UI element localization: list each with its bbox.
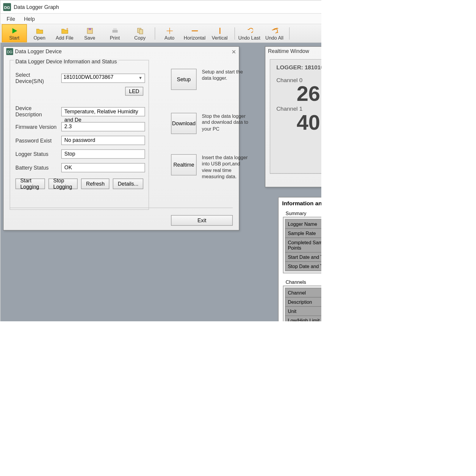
battery-field[interactable]: OK	[61, 163, 145, 172]
toolbar-vertical[interactable]: Vertical	[207, 24, 232, 42]
svg-text:DG: DG	[4, 5, 10, 10]
device-panel-title: Data Logger Device	[15, 48, 62, 55]
realtime-title: Realtime Window	[268, 48, 309, 54]
app-title: Data Logger Graph	[14, 4, 321, 10]
realtime-button[interactable]: Realtime	[171, 154, 197, 176]
svg-rect-11	[113, 28, 117, 30]
toolbar-copy[interactable]: Copy	[127, 24, 152, 42]
toolbar-horizontal[interactable]: Horizontal	[182, 24, 207, 42]
svg-rect-9	[88, 28, 91, 30]
realtime-window: Realtime Window LOGGER: 181010DWL0073867…	[265, 46, 321, 187]
menubar: File Help	[0, 14, 321, 24]
realtime-text: Insert the data logger into USB port,and…	[202, 154, 250, 180]
menu-help[interactable]: Help	[20, 15, 39, 23]
arrows-h-icon	[191, 26, 198, 35]
folder-icon	[36, 26, 43, 35]
menu-file[interactable]: File	[2, 15, 19, 23]
channels-table: ChannelChannel 0Channel 1 DescriptionTem…	[285, 288, 321, 321]
ch0-value: 26.1	[297, 83, 321, 104]
refresh-button[interactable]: Refresh	[81, 178, 109, 189]
details-button[interactable]: Details...	[113, 178, 143, 189]
svg-rect-13	[139, 29, 143, 34]
ch1-value: 40.5	[297, 112, 321, 133]
info-details-dialog: Information and Status Details ✕ Summary…	[278, 197, 321, 321]
firmware-field[interactable]: 2.3	[61, 122, 145, 131]
channels-label: Channels	[286, 279, 321, 285]
copy-icon	[137, 26, 144, 35]
summary-label: Summary	[286, 211, 321, 216]
add-file-icon: +	[61, 26, 68, 35]
toolbar-auto[interactable]: Auto	[157, 24, 182, 42]
select-device-label: Select Device(S/N)	[15, 72, 60, 84]
device-close-icon[interactable]: ✕	[231, 48, 236, 55]
download-button[interactable]: Download	[171, 113, 197, 134]
toolbar: Start Open +Add File Save Print Copy Aut…	[0, 24, 321, 43]
svg-text:DG: DG	[7, 50, 12, 54]
fw-label: Firmware Version	[15, 124, 60, 130]
toolbar-start[interactable]: Start	[2, 24, 27, 42]
summary-table: Logger NameTemp. and Humi. Logger Sample…	[285, 219, 321, 271]
undo-all-icon	[271, 26, 278, 35]
setup-button[interactable]: Setup	[171, 69, 197, 90]
pw-label: Password Exist	[15, 137, 60, 143]
toolbar-undoall[interactable]: Undo All	[262, 24, 287, 42]
setup-text: Setup and start the data logger.	[202, 69, 250, 90]
desc-label: Device Description	[15, 105, 60, 118]
device-panel: DG Data Logger Device ✕ Data Logger Devi…	[3, 46, 239, 231]
password-field[interactable]: No password	[61, 136, 145, 145]
toolbar-separator	[287, 24, 291, 42]
download-text: Stop the data logger and download data t…	[202, 113, 250, 134]
desc-field[interactable]: Temperature, Relative Humidity and De	[61, 107, 145, 116]
start-logging-button[interactable]: Start Logging	[15, 178, 45, 189]
workspace: DG Data Logger Device ✕ Data Logger Devi…	[0, 43, 321, 321]
app-icon: DG	[6, 48, 13, 55]
logger-status-field[interactable]: Stop	[61, 149, 145, 159]
svg-text:+: +	[66, 27, 68, 31]
toolbar-save[interactable]: Save	[77, 24, 102, 42]
arrows-all-icon	[166, 26, 173, 35]
titlebar: DG Data Logger Graph	[0, 0, 321, 13]
toolbar-print[interactable]: Print	[102, 24, 127, 42]
toolbar-undolast[interactable]: Undo Last	[237, 24, 262, 42]
arrows-v-icon	[216, 26, 223, 35]
info-title: Information and Status Details	[282, 200, 321, 206]
svg-rect-10	[112, 30, 118, 32]
svg-marker-6	[12, 28, 17, 33]
logger-line: LOGGER: 181010DWL0073867	[276, 64, 321, 71]
status-label: Logger Status	[15, 151, 60, 157]
undo-icon	[246, 26, 253, 35]
stop-logging-button[interactable]: Stop Logging	[48, 178, 78, 189]
save-icon	[86, 26, 93, 35]
batt-label: Battery Status	[15, 165, 60, 171]
toolbar-separator	[153, 24, 157, 42]
play-icon	[11, 26, 18, 35]
led-button[interactable]: LED	[125, 87, 143, 96]
app-icon: DG	[3, 3, 11, 11]
groupbox-label: Data Logger Device Information and Statu…	[14, 59, 119, 65]
device-exit-button[interactable]: Exit	[171, 215, 233, 226]
toolbar-open[interactable]: Open	[27, 24, 52, 42]
toolbar-addfile[interactable]: +Add File	[52, 24, 77, 42]
print-icon	[111, 26, 118, 35]
toolbar-separator	[232, 24, 237, 42]
device-select[interactable]: 181010DWL0073867	[61, 73, 145, 83]
